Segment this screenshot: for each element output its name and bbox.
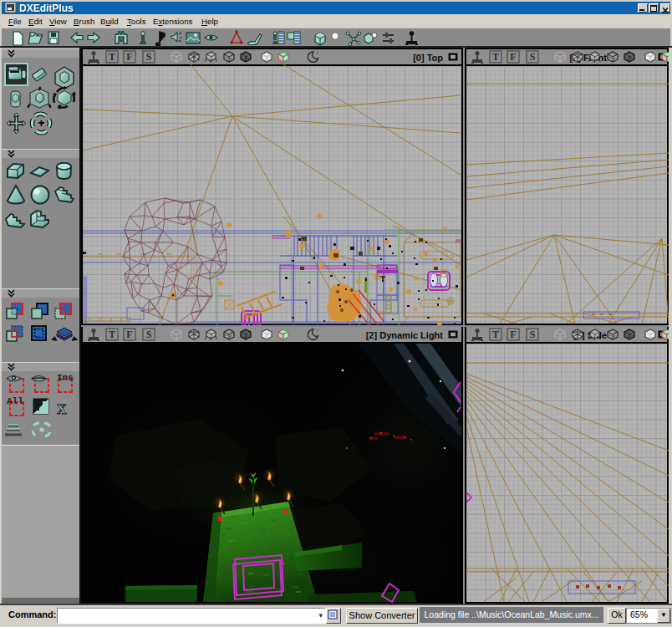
svg-text:[0] Top: [0] Top (413, 53, 443, 63)
svg-text:[2] Dynamic Light: [2] Dynamic Light (366, 330, 444, 340)
svg-text:X: X (57, 402, 67, 416)
svg-text:Ins: Ins (57, 373, 74, 383)
svg-text:All: All (7, 396, 23, 406)
